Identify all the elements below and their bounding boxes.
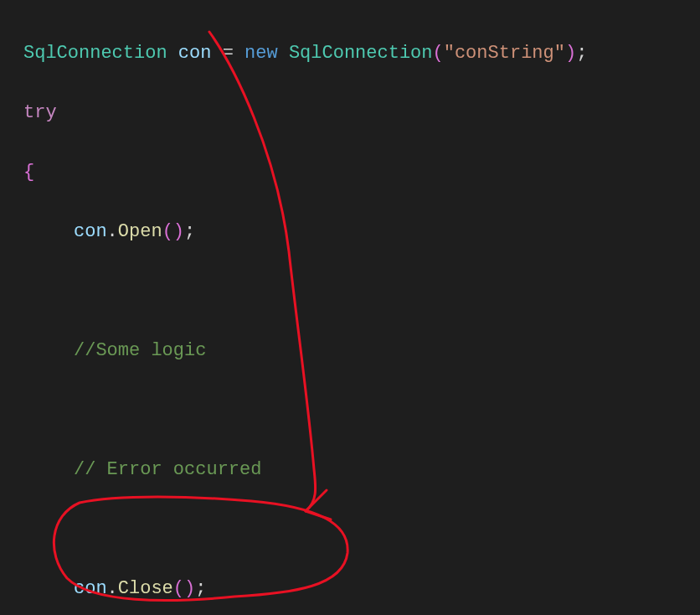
- code-line: SqlConnection con = new SqlConnection("c…: [23, 39, 700, 69]
- code-block: SqlConnection con = new SqlConnection("c…: [0, 0, 700, 615]
- code-line: // Error occurred: [23, 455, 700, 485]
- variable-token: con: [74, 578, 107, 599]
- code-line: try: [23, 98, 700, 128]
- method-call: Close: [118, 578, 173, 599]
- code-line-blank: [23, 276, 700, 307]
- keyword-new: new: [244, 43, 278, 64]
- keyword-try: try: [23, 102, 57, 123]
- code-line: con.Close();: [23, 574, 700, 604]
- paren-close: ): [173, 221, 184, 242]
- string-literal: "conString": [444, 43, 565, 64]
- paren-open: (: [162, 221, 173, 242]
- paren-close: ): [565, 43, 576, 64]
- variable-token: con: [74, 221, 107, 242]
- code-line: con.Open();: [23, 217, 700, 247]
- type-token: SqlConnection: [23, 43, 167, 64]
- code-line-blank: [23, 514, 700, 545]
- dot-token: .: [107, 578, 118, 599]
- comment-token: // Error occurred: [74, 459, 261, 480]
- method-call: Open: [118, 221, 162, 242]
- type-token: SqlConnection: [289, 43, 433, 64]
- comment-token: //Some logic: [74, 340, 206, 361]
- code-line: //Some logic: [23, 336, 700, 366]
- semicolon: ;: [195, 578, 206, 599]
- code-line-blank: [23, 395, 700, 426]
- semicolon: ;: [576, 43, 587, 64]
- paren-open: (: [433, 43, 444, 64]
- dot-token: .: [107, 221, 118, 242]
- operator-token: =: [223, 43, 234, 64]
- code-line: {: [23, 158, 700, 188]
- paren-close: ): [184, 578, 195, 599]
- paren-open: (: [173, 578, 184, 599]
- brace-open: {: [23, 162, 34, 183]
- variable-token: con: [178, 43, 212, 64]
- semicolon: ;: [184, 221, 195, 242]
